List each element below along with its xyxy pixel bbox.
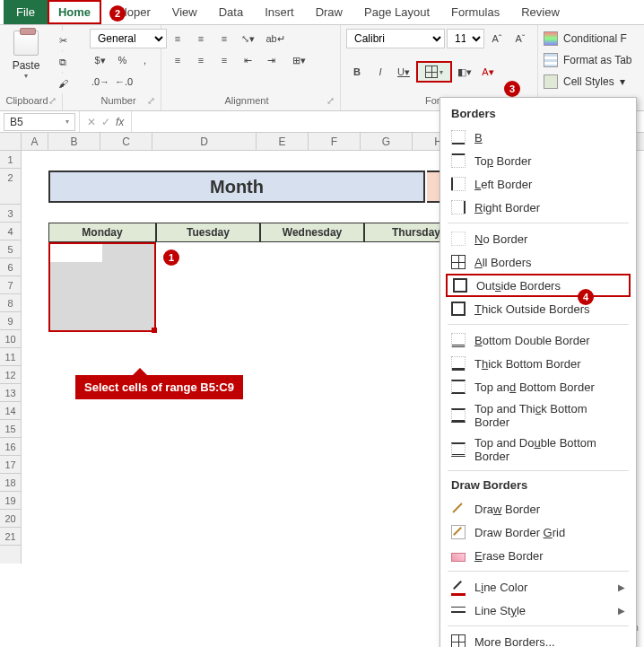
col-A[interactable]: A [22,133,48,150]
italic-button[interactable]: I [370,62,391,82]
menu-right-border[interactable]: Right Border [440,196,636,219]
menu-erase-border[interactable]: Erase Border [440,544,636,567]
tab-view[interactable]: View [161,0,208,24]
day-monday[interactable]: Monday [48,223,156,242]
fx-button[interactable]: fx [116,116,124,128]
accounting-format-button[interactable]: $▾ [90,50,110,70]
menu-left-border[interactable]: Left Border [440,172,636,196]
row-20[interactable]: 20 [0,510,21,528]
align-top-button[interactable]: ≡ [167,29,188,48]
day-tuesday[interactable]: Tuesday [156,223,260,242]
tab-data[interactable]: Data [208,0,254,24]
col-D[interactable]: D [152,133,257,150]
row-9[interactable]: 9 [0,312,21,330]
row-19[interactable]: 19 [0,492,21,510]
menu-top-thick-bottom[interactable]: Top and Thick Bottom Border [440,398,636,433]
tab-review[interactable]: Review [510,0,570,24]
underline-button[interactable]: U▾ [393,62,414,82]
increase-indent-button[interactable]: ⇥ [260,50,282,70]
wrap-text-button[interactable]: ab↵ [260,29,291,48]
enter-formula-button[interactable]: ✓ [101,116,110,128]
format-as-table-button[interactable]: Format as Tab [544,50,631,70]
row-5[interactable]: 5 [0,240,21,258]
col-E[interactable]: E [257,133,309,150]
menu-all-borders[interactable]: All Borders [440,250,636,274]
tab-formulas[interactable]: Formulas [440,0,510,24]
comma-button[interactable]: , [135,50,155,70]
row-1[interactable]: 1 [0,151,21,169]
fill-handle[interactable] [152,328,157,333]
menu-no-border[interactable]: No Border [440,227,636,250]
menu-bottom-double[interactable]: Bottom Double Border [440,328,636,352]
menu-draw-border[interactable]: Draw Border [440,497,636,520]
align-left-button[interactable]: ≡ [167,50,188,70]
row-12[interactable]: 12 [0,366,21,384]
row-8[interactable]: 8 [0,294,21,312]
row-18[interactable]: 18 [0,474,21,492]
menu-bottom-border[interactable]: B [440,126,636,149]
menu-draw-grid[interactable]: Draw Border Grid [440,520,636,544]
name-box[interactable]: B5▾ [4,113,75,131]
copy-button[interactable]: ⧉ [52,52,74,72]
cancel-formula-button[interactable]: ✕ [87,116,96,128]
number-launcher[interactable]: ⤢ [147,95,155,107]
tab-file[interactable]: File [4,0,48,24]
tab-pagelayout[interactable]: Page Layout [353,0,440,24]
increase-decimal-button[interactable]: .0→ [90,72,111,92]
select-all-corner[interactable] [0,133,22,150]
clipboard-launcher[interactable]: ⤢ [48,95,57,107]
paste-button[interactable]: Paste ▾ [5,29,47,80]
conditional-formatting-button[interactable]: Conditional F [544,29,631,48]
number-format-select[interactable]: General [90,29,167,48]
menu-thick-outside[interactable]: Thick Outside Borders [440,297,636,320]
tab-insert[interactable]: Insert [254,0,305,24]
col-C[interactable]: C [100,133,152,150]
menu-more-borders[interactable]: More Borders... [440,630,636,647]
day-wednesday[interactable]: Wednesday [260,223,364,242]
row-10[interactable]: 10 [0,330,21,348]
increase-font-button[interactable]: Aˆ [486,29,508,48]
menu-line-color[interactable]: Line Color▶ [440,575,636,599]
tab-home[interactable]: Home [48,0,101,24]
row-7[interactable]: 7 [0,276,21,294]
row-11[interactable]: 11 [0,348,21,366]
row-17[interactable]: 17 [0,456,21,474]
menu-line-style[interactable]: Line Style▶ [440,599,636,622]
fill-color-button[interactable]: ◧▾ [454,62,475,82]
menu-outside-borders[interactable]: Outside Borders [446,274,631,297]
col-B[interactable]: B [48,133,100,150]
cell-styles-button[interactable]: Cell Styles▾ [544,72,631,92]
col-G[interactable]: G [361,133,413,150]
row-2[interactable]: 2 [0,169,21,205]
row-4[interactable]: 4 [0,223,21,240]
orientation-button[interactable]: ⤡▾ [237,29,258,48]
col-F[interactable]: F [309,133,361,150]
tab-draw[interactable]: Draw [305,0,353,24]
align-center-button[interactable]: ≡ [190,50,212,70]
font-color-button[interactable]: A▾ [477,62,499,82]
font-name-select[interactable]: Calibri [346,29,445,48]
row-16[interactable]: 16 [0,438,21,456]
align-middle-button[interactable]: ≡ [190,29,212,48]
row-6[interactable]: 6 [0,258,21,276]
format-painter-button[interactable]: 🖌 [52,74,74,93]
percent-button[interactable]: % [112,50,133,70]
cut-button[interactable]: ✂ [52,31,74,50]
menu-top-double-bottom[interactable]: Top and Double Bottom Border [440,433,636,467]
align-right-button[interactable]: ≡ [213,50,235,70]
row-13[interactable]: 13 [0,384,21,402]
font-size-select[interactable]: 11 [447,29,484,48]
merge-button[interactable]: ⊞▾ [283,50,314,70]
menu-top-border[interactable]: Top Border [440,149,636,172]
row-15[interactable]: 15 [0,420,21,438]
row-3[interactable]: 3 [0,205,21,223]
alignment-launcher[interactable]: ⤢ [326,95,335,107]
menu-top-bottom[interactable]: Top and Bottom Border [440,375,636,398]
bold-button[interactable]: B [346,62,368,82]
decrease-font-button[interactable]: Aˇ [509,29,531,48]
month-header-cell[interactable]: Month [48,170,425,203]
menu-thick-bottom[interactable]: Thick Bottom Border [440,352,636,375]
decrease-indent-button[interactable]: ⇤ [237,50,258,70]
decrease-decimal-button[interactable]: ←.0 [113,72,135,92]
row-21[interactable]: 21 [0,528,21,546]
